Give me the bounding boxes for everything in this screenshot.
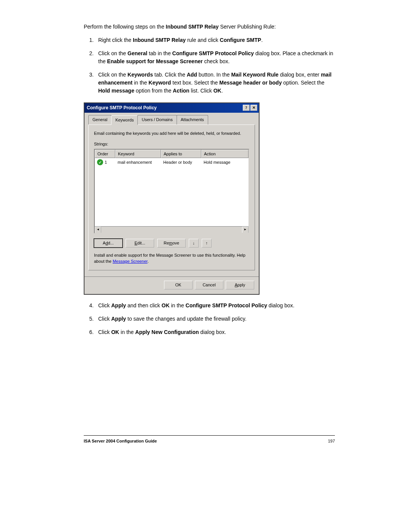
footer-title: ISA Server 2004 Configuration Guide [84,438,157,444]
tab-attachments[interactable]: Attachments [177,115,208,125]
check-icon: ✓ [97,159,103,165]
footnote: Install and enable support for the Messa… [94,252,249,265]
tabs: General Keywords Users / Domains Attachm… [88,115,255,125]
listview-header: Order Keyword Applies to Action [95,150,249,158]
tab-general[interactable]: General [88,115,112,125]
col-keyword[interactable]: Keyword [115,150,161,158]
scroll-left-icon[interactable]: ◄ [95,227,101,233]
dialog-body: General Keywords Users / Domains Attachm… [84,113,259,274]
intro-pre: Perform the following steps on the [84,24,164,30]
col-applies-to[interactable]: Applies to [161,150,201,158]
message-screener-link[interactable]: Message Screener [113,259,148,264]
keywords-listview[interactable]: Order Keyword Applies to Action ✓ 1 mail… [94,149,249,233]
move-up-button[interactable]: ↑ [202,239,212,248]
smtp-policy-dialog: Configure SMTP Protocol Policy ? ✕ Gener… [84,102,260,295]
page-number: 197 [328,438,335,444]
step-list: Right click the Inbound SMTP Relay rule … [95,36,335,95]
dialog-titlebar: Configure SMTP Protocol Policy ? ✕ [84,103,259,113]
tab-keywords[interactable]: Keywords [111,115,138,125]
cell-order: ✓ 1 [95,159,115,166]
table-row[interactable]: ✓ 1 mail enhancement Header or body Hold… [95,158,249,167]
step-3: Click on the Keywords tab. Click the Add… [95,71,335,95]
tab-panel-keywords: Email containing the keywords you add he… [88,125,255,270]
page-content: Perform the following steps on the Inbou… [84,23,335,336]
intro-bold: Inbound SMTP Relay [166,24,219,30]
cell-action: Hold message [201,159,249,166]
step-6: Click OK in the Apply New Configuration … [95,328,335,336]
step-1: Right click the Inbound SMTP Relay rule … [95,36,335,44]
page-footer: ISA Server 2004 Configuration Guide 197 [84,435,335,444]
intro-tail: Server Publishing Rule: [220,24,276,30]
step-2: Click on the General tab in the Configur… [95,50,335,66]
intro-paragraph: Perform the following steps on the Inbou… [84,23,335,31]
close-button[interactable]: ✕ [250,105,257,111]
col-action[interactable]: Action [201,150,249,158]
remove-button[interactable]: Remove [157,239,186,248]
col-order[interactable]: Order [95,150,115,158]
titlebar-buttons: ? ✕ [243,105,257,111]
cancel-button[interactable]: Cancel [195,281,223,289]
scroll-right-icon[interactable]: ► [242,227,249,233]
panel-description: Email containing the keywords you add he… [94,130,249,137]
add-button[interactable]: Add... [94,239,123,248]
horizontal-scrollbar[interactable]: ◄ ► [95,226,249,233]
help-button[interactable]: ? [243,105,250,111]
ok-button[interactable]: OK [164,281,193,289]
step-list-continued: Click Apply and then click OK in the Con… [95,302,335,336]
strings-label: Strings: [94,141,249,147]
cell-keyword: mail enhancement [115,159,161,166]
step-5: Click Apply to save the changes and upda… [95,315,335,323]
dialog-footer: OK Cancel Apply [84,276,259,294]
tab-users-domains[interactable]: Users / Domains [137,115,177,125]
step-4: Click Apply and then click OK in the Con… [95,302,335,310]
cell-applies: Header or body [161,159,201,166]
dialog-title: Configure SMTP Protocol Policy [87,104,157,111]
edit-button[interactable]: Edit... [126,239,154,248]
listview-button-row: Add... Edit... Remove ↓ ↑ [94,239,249,248]
apply-button[interactable]: Apply [226,281,254,289]
move-down-button[interactable]: ↓ [189,239,199,248]
